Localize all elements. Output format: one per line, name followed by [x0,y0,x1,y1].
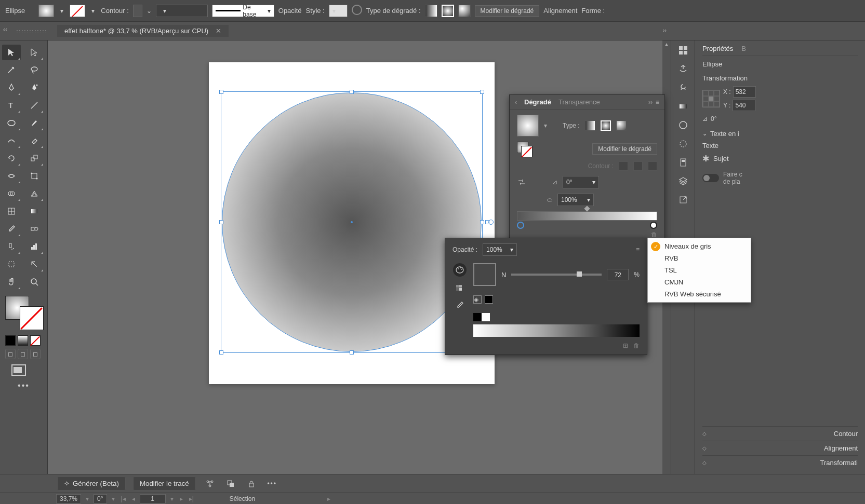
collapse-panel-icon[interactable]: ›› [648,99,653,106]
stroke-style-select[interactable]: De base ▾ [212,5,274,17]
gradient-slider[interactable] [517,211,657,221]
menu-item-rgb[interactable]: RVB [648,252,751,264]
eraser-tool[interactable] [25,133,44,148]
document-tab[interactable]: effet halftone* @ 33,7 % (RVB/Aperçu sur… [57,25,229,37]
panel-menu-icon[interactable]: ≡ [656,99,659,106]
angle-value[interactable]: 0° [711,115,716,122]
brushes-panel-icon[interactable] [676,157,690,168]
asset-export-panel-icon[interactable] [676,194,690,206]
properties-panel-icon[interactable] [676,45,690,56]
center-point[interactable] [351,221,353,223]
scroll-up-icon[interactable]: ▴ [662,40,671,49]
free-transform-tool[interactable] [25,168,44,184]
slider-knob[interactable] [577,271,582,277]
slice-tool[interactable] [25,256,44,272]
eyedropper-tool[interactable] [2,221,21,237]
screen-mode-icon[interactable] [11,364,26,376]
gradient-angle-input[interactable]: 0°▾ [563,176,599,188]
contour-section-header[interactable]: ◇ Contour [702,426,858,441]
rotation-field[interactable]: 0° [94,494,107,503]
freeform-gradient-icon[interactable] [458,5,471,17]
paintbrush-tool[interactable] [25,115,44,131]
curvature-tool[interactable] [25,80,44,96]
lasso-tool[interactable] [25,62,44,78]
color-picker-eyedropper-icon[interactable] [455,301,464,310]
add-swatch-icon[interactable]: ⊞ [623,342,628,349]
gradient-anchor-ring[interactable] [488,220,494,225]
text-wrap-section[interactable]: ⌄ Texte en i [702,130,858,138]
swatches-icon[interactable] [455,284,464,293]
gradient-fill-stroke-toggle[interactable] [517,142,531,156]
delete-swatch-icon[interactable]: 🗑 [633,342,640,349]
color-mixer-icon[interactable] [453,263,467,277]
prev-artboard-icon[interactable]: ◂ [130,495,137,502]
stroke-weight-spinner[interactable] [133,5,142,17]
close-tab-icon[interactable]: ✕ [216,27,221,35]
scale-tool[interactable] [25,151,44,166]
resize-handle[interactable] [480,220,484,224]
fill-swatch[interactable] [38,5,54,17]
linear-type-icon[interactable] [585,120,595,131]
resize-handle[interactable] [350,350,354,355]
out-of-gamut-icon[interactable]: ◈ [473,295,482,304]
more-options-icon[interactable]: ••• [265,477,279,491]
resize-handle[interactable] [350,90,354,94]
next-artboard-icon[interactable]: ▸ [178,495,184,502]
zoom-level-field[interactable]: 33,7% [56,494,81,503]
resize-handle[interactable] [219,350,223,355]
linear-gradient-icon[interactable] [425,5,437,17]
current-color-swatch[interactable] [473,263,496,286]
draw-behind-icon[interactable]: ◻ [18,349,28,359]
recolor-icon[interactable] [352,5,362,17]
color-mode-solid[interactable] [5,335,16,346]
x-input[interactable] [733,86,756,98]
fill-stroke-indicator[interactable] [5,296,45,332]
y-input[interactable] [733,100,755,111]
zoom-tool[interactable] [25,274,44,290]
delete-stop-icon[interactable]: 🗑 [651,231,657,238]
ungroup-icon[interactable] [203,477,217,491]
swatches-panel-icon[interactable] [676,138,690,149]
grayscale-slider[interactable] [511,274,602,276]
color-mode-gradient[interactable] [18,335,28,346]
artboard-tool[interactable] [2,256,21,272]
selection-tool[interactable] [2,45,21,60]
opacity-select[interactable]: 100%▾ [483,243,517,256]
magic-wand-tool[interactable] [2,62,21,78]
wrap-toggle[interactable] [702,174,719,182]
last-artboard-icon[interactable]: ▸| [188,495,195,502]
collapse-right-icon[interactable]: ›› [663,27,667,33]
gradient-stop-start[interactable] [517,222,524,229]
draw-inside-icon[interactable]: ◻ [30,349,41,359]
color-mode-none[interactable] [30,335,41,346]
menu-item-cmyk[interactable]: CMJN [648,276,751,288]
shape-builder-tool[interactable] [2,186,21,201]
rotation-dropdown-icon[interactable]: ▾ [110,495,116,502]
perspective-grid-tool[interactable] [25,186,44,201]
lock-icon[interactable] [245,477,258,491]
stroke-indicator[interactable] [20,306,44,330]
blend-tool[interactable] [25,221,44,237]
collapse-left-icon[interactable]: ‹‹ [3,26,7,33]
symbols-panel-icon[interactable] [676,82,690,93]
menu-item-websafe[interactable]: RVB Web sécurisé [648,288,751,300]
gamut-swatch[interactable] [485,295,493,304]
generate-button[interactable]: ✧ Générer (Beta) [57,476,126,491]
selection-bounding-box[interactable] [221,91,483,353]
panel-chevron-icon[interactable]: ‹ [515,99,517,106]
color-panel-icon[interactable] [676,101,690,112]
white-swatch[interactable] [482,313,490,321]
reference-point-selector[interactable] [702,90,720,107]
color-panel-menu-icon[interactable]: ≡ [636,246,640,253]
gradient-stop-end[interactable] [650,222,657,229]
stroke-swatch[interactable] [70,5,85,17]
ellipse-tool[interactable] [2,115,21,131]
hand-tool[interactable] [2,274,21,290]
color-guide-panel-icon[interactable] [676,119,690,131]
edit-gradient-button[interactable]: Modifier le dégradé [475,5,540,17]
pen-tool[interactable] [2,80,21,96]
first-artboard-icon[interactable]: |◂ [119,495,127,502]
reverse-gradient-icon[interactable] [517,178,526,187]
radial-type-icon[interactable] [601,120,611,131]
layers-panel-icon[interactable] [676,175,690,187]
